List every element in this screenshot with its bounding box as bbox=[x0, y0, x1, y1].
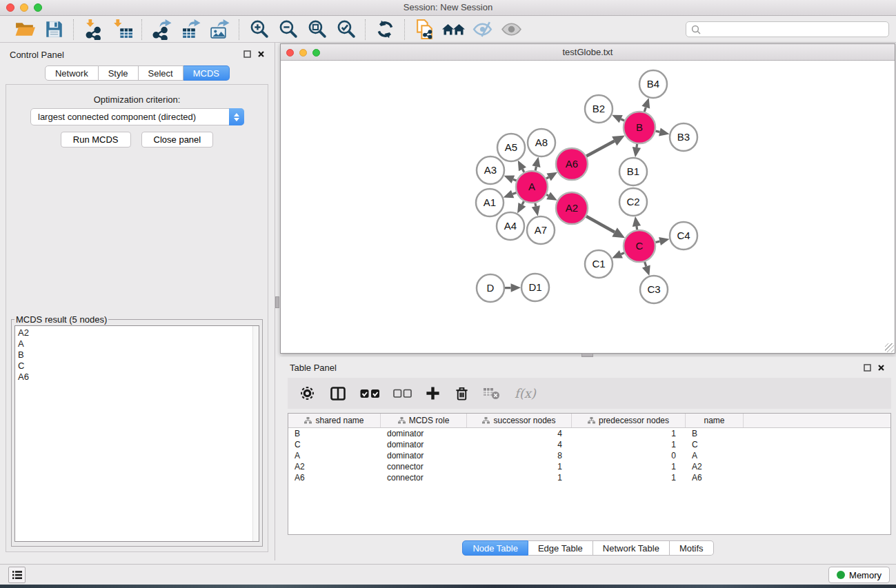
refresh-network-button[interactable] bbox=[370, 19, 399, 41]
graph-edge-C-C4[interactable] bbox=[655, 237, 669, 245]
graph-edge-D-D1[interactable] bbox=[505, 283, 521, 292]
graph-node-B4[interactable]: B4 bbox=[639, 70, 667, 98]
zoom-fit-button[interactable] bbox=[302, 19, 331, 41]
export-network-button[interactable] bbox=[147, 19, 176, 41]
first-neighbors-button[interactable] bbox=[439, 19, 468, 41]
search-box[interactable] bbox=[686, 21, 889, 37]
export-table-button[interactable] bbox=[176, 19, 205, 41]
close-window-icon[interactable] bbox=[6, 3, 14, 12]
graph-edge-B-B4[interactable] bbox=[641, 98, 650, 112]
import-table-button[interactable] bbox=[108, 19, 137, 41]
table-cell[interactable]: dominator bbox=[381, 428, 467, 439]
graph-node-B3[interactable]: B3 bbox=[670, 123, 697, 151]
panel-selector-button[interactable] bbox=[8, 567, 26, 583]
graph-edge-A-A6[interactable] bbox=[546, 172, 557, 181]
table-cell[interactable]: dominator bbox=[381, 439, 467, 450]
zoom-out-button[interactable] bbox=[273, 19, 302, 41]
table-cell[interactable]: 8 bbox=[467, 450, 572, 461]
unselect-all-button[interactable] bbox=[393, 383, 412, 405]
frame-resize-grip[interactable] bbox=[885, 343, 894, 352]
graph-node-A[interactable]: A bbox=[516, 171, 548, 203]
float-panel-icon[interactable] bbox=[243, 50, 251, 58]
zoom-selected-button[interactable] bbox=[331, 19, 360, 41]
vertical-splitter-grip[interactable] bbox=[275, 296, 279, 308]
graph-edge-C-C1[interactable] bbox=[612, 250, 624, 258]
function-builder-button[interactable]: f(x) bbox=[513, 383, 539, 405]
network-minimize-icon[interactable] bbox=[299, 49, 307, 57]
column-header-MCDS-role[interactable]: MCDS role bbox=[381, 414, 467, 427]
column-header-shared-name[interactable]: shared name bbox=[288, 414, 381, 427]
graph-node-B[interactable]: B bbox=[624, 112, 655, 143]
graph-node-C1[interactable]: C1 bbox=[585, 250, 613, 278]
table-cell[interactable]: A bbox=[288, 450, 381, 461]
graph-edge-B-B1[interactable] bbox=[633, 144, 641, 157]
import-network-button[interactable] bbox=[79, 19, 108, 41]
graph-node-B2[interactable]: B2 bbox=[585, 95, 613, 123]
table-cell[interactable]: 0 bbox=[572, 450, 686, 461]
tab-mcds[interactable]: MCDS bbox=[183, 65, 230, 81]
network-window-titlebar[interactable]: testGlobe.txt bbox=[281, 44, 895, 61]
tab-network[interactable]: Network bbox=[45, 65, 99, 81]
optimization-criterion-select[interactable]: largest connected component (directed) bbox=[30, 108, 244, 125]
table-cell[interactable]: 4 bbox=[467, 428, 572, 439]
graph-node-A2[interactable]: A2 bbox=[556, 192, 588, 224]
graph-node-A6[interactable]: A6 bbox=[556, 148, 588, 180]
close-panel-icon[interactable] bbox=[257, 50, 265, 58]
create-column-button[interactable] bbox=[425, 383, 441, 405]
graph-node-D[interactable]: D bbox=[477, 274, 504, 302]
table-cell[interactable]: A2 bbox=[686, 461, 744, 472]
graph-edge-B-B3[interactable] bbox=[655, 128, 669, 136]
table-cell[interactable]: 1 bbox=[467, 461, 572, 472]
table-cell[interactable]: dominator bbox=[381, 450, 467, 461]
column-header-successor-nodes[interactable]: successor nodes bbox=[467, 414, 572, 427]
close-panel-button[interactable]: Close panel bbox=[141, 132, 214, 148]
table-cell[interactable]: 1 bbox=[572, 439, 686, 450]
graph-edge-C-C2[interactable] bbox=[633, 216, 641, 230]
graph-node-A4[interactable]: A4 bbox=[497, 212, 524, 240]
run-mcds-button[interactable]: Run MCDS bbox=[61, 132, 131, 148]
graph-node-B1[interactable]: B1 bbox=[619, 158, 647, 185]
graph-node-A5[interactable]: A5 bbox=[497, 134, 525, 161]
table-tab-motifs[interactable]: Motifs bbox=[670, 540, 714, 556]
column-header-predecessor-nodes[interactable]: predecessor nodes bbox=[572, 414, 686, 427]
mcds-result-item[interactable]: B bbox=[18, 349, 259, 361]
table-cell[interactable]: 1 bbox=[467, 472, 572, 483]
graph-edge-A-A8[interactable] bbox=[532, 157, 540, 171]
table-cell[interactable]: A6 bbox=[686, 472, 744, 483]
table-row[interactable]: A6connector11A6 bbox=[288, 472, 890, 483]
table-cell[interactable]: connector bbox=[381, 472, 467, 483]
graph-node-C2[interactable]: C2 bbox=[619, 188, 647, 216]
table-cell[interactable]: 1 bbox=[572, 461, 686, 472]
open-session-button[interactable] bbox=[10, 19, 39, 41]
maximize-window-icon[interactable] bbox=[34, 3, 42, 12]
table-cell[interactable]: A6 bbox=[288, 472, 381, 483]
graph-edge-A2-C[interactable] bbox=[586, 216, 625, 239]
table-tab-network-table[interactable]: Network Table bbox=[593, 540, 670, 556]
mcds-result-item[interactable]: A bbox=[18, 338, 259, 349]
save-session-button[interactable] bbox=[39, 19, 68, 41]
graph-edge-A-A5[interactable] bbox=[518, 161, 526, 172]
table-cell[interactable]: connector bbox=[381, 461, 467, 472]
graph-edge-B-B2[interactable] bbox=[612, 115, 624, 123]
table-mode-button[interactable] bbox=[299, 383, 316, 405]
table-cell[interactable]: A bbox=[686, 450, 744, 461]
graph-edge-A6-B[interactable] bbox=[586, 135, 625, 156]
graph-edge-A-A2[interactable] bbox=[546, 192, 557, 200]
graph-node-C3[interactable]: C3 bbox=[640, 276, 668, 303]
graph-edge-A-A7[interactable] bbox=[532, 203, 540, 216]
graph-node-A3[interactable]: A3 bbox=[477, 156, 504, 184]
mcds-result-item[interactable]: C bbox=[18, 361, 259, 372]
table-cell[interactable]: 1 bbox=[572, 428, 686, 439]
float-table-panel-icon[interactable] bbox=[864, 364, 871, 372]
table-cell[interactable]: B bbox=[288, 428, 381, 439]
tab-style[interactable]: Style bbox=[99, 65, 139, 81]
table-row[interactable]: Adominator80A bbox=[288, 450, 890, 461]
search-input[interactable] bbox=[704, 23, 888, 36]
mcds-result-item[interactable]: A2 bbox=[18, 327, 259, 338]
tab-select[interactable]: Select bbox=[139, 65, 183, 81]
delete-table-button[interactable] bbox=[483, 383, 500, 405]
delete-column-button[interactable] bbox=[454, 383, 470, 405]
minimize-window-icon[interactable] bbox=[20, 3, 28, 12]
show-all-button[interactable] bbox=[497, 19, 526, 41]
network-graph[interactable]: B4B2BB3A8A5A6A3B1AA1C2A2A4A7C4CC1DD1C3 bbox=[281, 61, 895, 353]
